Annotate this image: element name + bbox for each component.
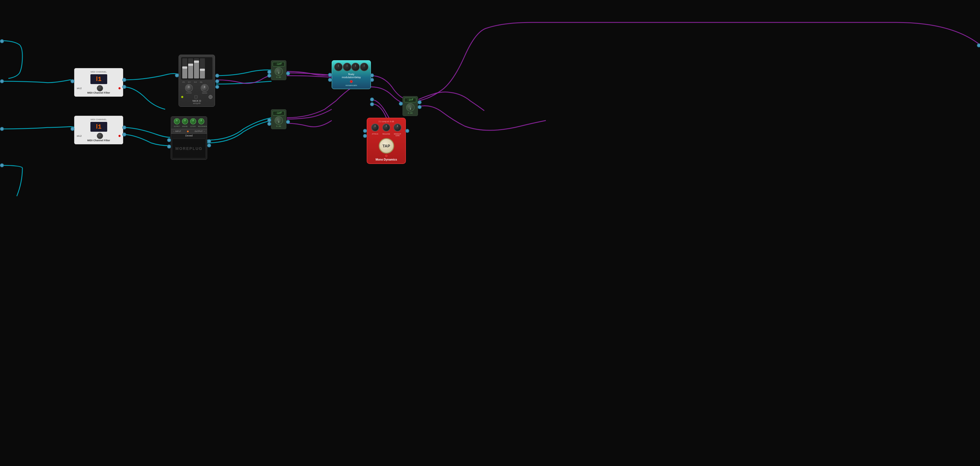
left-port-4[interactable] — [0, 39, 4, 43]
midi1-port-right-bot[interactable] — [123, 85, 126, 89]
dexed-port-right-1[interactable] — [207, 139, 211, 143]
level1-port-right-1[interactable] — [286, 72, 290, 75]
floaty-port-left-2[interactable] — [328, 78, 332, 82]
level-module-2: -inf 0.00 — [271, 109, 286, 129]
cutoff-label: CUTOFF — [185, 92, 193, 94]
amsynth-port-right-2[interactable] — [215, 79, 219, 83]
amsynth-port-right-1[interactable] — [215, 74, 219, 78]
right-port-1[interactable] — [977, 43, 980, 47]
dexed-resonance-label: RESONANCE — [198, 126, 204, 127]
dexed-cutoff-label: CUTOFF — [190, 126, 196, 127]
amsynth-port-right-3[interactable] — [215, 85, 219, 89]
floaty-knob-1[interactable] — [334, 63, 343, 71]
dexed-knob-labels: OUTPUT ENGINE CUTOFF RESONANCE — [173, 126, 205, 127]
floaty-subtitle: remaincalm — [334, 84, 368, 86]
level1-port-left-1[interactable] — [267, 70, 271, 74]
dynamics-port-right-1[interactable] — [405, 129, 409, 133]
floaty-port-right-1[interactable] — [370, 73, 374, 77]
dexed-led — [187, 131, 189, 132]
sustain-slider[interactable] — [194, 58, 199, 78]
left-port-1[interactable] — [0, 79, 4, 83]
dexed-output-label-bar: OUTPUT → — [194, 130, 205, 132]
level-knob-1[interactable] — [275, 67, 283, 76]
midi-led-1 — [118, 87, 121, 89]
midi-filter-label-1: MIDI Channel Filter — [77, 91, 121, 94]
out-level-knob[interactable] — [406, 103, 415, 112]
dexed-module: OUTPUT ENGINE CUTOFF RESONANCE → INPUT O… — [171, 116, 207, 160]
x2-label-2: x4.2 — [77, 134, 82, 137]
left-port-3[interactable] — [0, 163, 4, 167]
midi2-port-right-top[interactable] — [123, 126, 126, 129]
amsynth-button[interactable] — [208, 95, 212, 99]
outlevel-port-left-1[interactable] — [399, 102, 403, 105]
level2-port-left-1[interactable] — [267, 118, 271, 122]
release-slider[interactable] — [200, 58, 205, 78]
dexed-engine-knob[interactable] — [182, 118, 188, 124]
attack-knob-label: ATTACK — [371, 133, 379, 136]
dynamics-release-knob[interactable] — [382, 124, 390, 131]
midi-knob-1[interactable] — [97, 85, 103, 91]
midi1-port-left[interactable] — [70, 79, 75, 83]
dexed-io-bar: → INPUT OUTPUT → — [171, 129, 207, 134]
dexed-resonance-knob[interactable] — [198, 118, 204, 124]
attack-slider[interactable] — [182, 58, 187, 78]
amsynth-port-left-1[interactable] — [175, 73, 179, 77]
floaty-led — [350, 80, 353, 83]
floaty-knob-3[interactable] — [351, 63, 360, 71]
amsynth-bottom-row — [181, 95, 212, 99]
dexed-top-section: OUTPUT ENGINE CUTOFF RESONANCE — [171, 116, 207, 129]
release-knob-label: RELEASE — [382, 133, 390, 136]
dexed-port-left-1[interactable] — [167, 138, 171, 142]
dexed-name: Dexed — [171, 134, 207, 137]
amsynth-model: amsynth — [181, 102, 212, 104]
floaty-module: floatymodulation/delay remaincalm — [332, 60, 371, 89]
amsynth-led — [181, 96, 183, 98]
level-display-2: -inf — [273, 111, 285, 115]
level2-port-right-1[interactable] — [286, 120, 290, 124]
midi2-port-right-bot[interactable] — [123, 132, 126, 136]
amsynth-sliders — [181, 57, 212, 80]
midi-display-2: ⁞1 — [91, 122, 107, 132]
dexed-display: MOREPLUG — [172, 139, 206, 158]
floaty-port-right-2[interactable] — [370, 78, 374, 82]
level-knob-2[interactable] — [275, 116, 283, 125]
dexed-output-knob[interactable] — [174, 118, 180, 124]
amsynth-knobs-row: CUTOFF RESON — [181, 84, 212, 94]
midi2-port-left[interactable] — [70, 127, 75, 131]
floaty-knobs — [334, 63, 368, 71]
floaty-port-right-3[interactable] — [370, 97, 374, 101]
slider-labels: ATK DCY SUS REL — [181, 81, 212, 83]
level2-port-left-2[interactable] — [267, 122, 271, 126]
midi-display-1: ⁞1 — [91, 74, 107, 84]
tap-button[interactable]: TAP — [379, 138, 394, 153]
amsynth-name: NICK D — [181, 99, 212, 102]
outlevel-port-right-2[interactable] — [418, 105, 422, 109]
floaty-port-left-1[interactable] — [328, 73, 332, 77]
decay-slider[interactable] — [188, 58, 193, 78]
dynamics-makeup-knob[interactable] — [394, 124, 401, 131]
midi-led-2 — [118, 135, 121, 137]
level-value-1: 0.00 — [273, 76, 285, 78]
outlevel-port-right-1[interactable] — [418, 100, 422, 104]
reson-knob[interactable] — [201, 84, 208, 92]
midi1-port-right-top[interactable] — [123, 78, 126, 82]
midi-knob-2[interactable] — [97, 133, 103, 139]
midi-filter-label-2: MIDI Channel Filter — [77, 139, 121, 142]
level-display-1: -inf — [273, 62, 285, 66]
dynamics-header: 2:1 comp at -6 dB — [369, 120, 403, 123]
cutoff-knob[interactable] — [185, 84, 193, 92]
dynamics-port-left-1[interactable] — [363, 129, 367, 133]
dexed-cutoff-knob[interactable] — [190, 118, 196, 124]
left-port-2[interactable] — [0, 127, 4, 131]
level1-port-left-2[interactable] — [267, 74, 271, 78]
floaty-title: floatymodulation/delay — [334, 73, 368, 79]
floaty-port-right-4[interactable] — [370, 102, 374, 106]
out-level-module: -inf 0.00 — [402, 96, 418, 116]
floaty-knob-4[interactable] — [360, 63, 368, 71]
dexed-port-left-2[interactable] — [167, 145, 171, 148]
dynamics-port-left-2[interactable] — [363, 134, 367, 138]
dexed-port-right-2[interactable] — [207, 144, 211, 147]
dynamics-attack-knob[interactable] — [371, 124, 379, 131]
dynamics-knobs — [369, 124, 403, 131]
floaty-knob-2[interactable] — [343, 63, 351, 71]
